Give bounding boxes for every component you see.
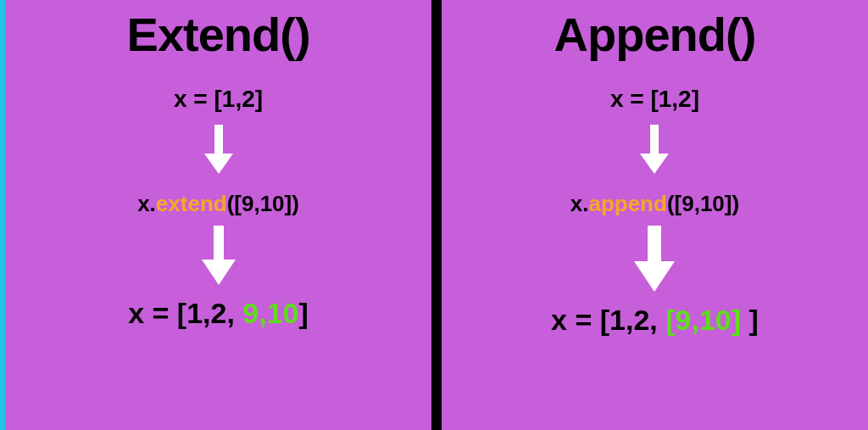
append-result-added: [9,10] <box>665 304 741 336</box>
append-call: x.append([9,10]) <box>570 191 739 217</box>
extend-panel: Extend() x = [1,2] x.extend([9,10]) x = … <box>5 0 431 430</box>
extend-call-prefix: x. <box>137 191 156 216</box>
extend-result: x = [1,2, 9,10] <box>128 297 309 330</box>
arrow-down-icon <box>634 226 675 292</box>
extend-call-method: extend <box>156 191 227 216</box>
append-call-args: ([9,10]) <box>667 191 739 216</box>
extend-result-prefix: x = [1,2, <box>128 297 242 329</box>
append-result-prefix: x = [1,2, <box>551 304 665 336</box>
append-call-method: append <box>588 191 666 216</box>
append-call-prefix: x. <box>570 191 589 216</box>
append-initial: x = [1,2] <box>610 86 699 113</box>
diagram-container: Extend() x = [1,2] x.extend([9,10]) x = … <box>5 0 868 430</box>
append-result: x = [1,2, [9,10] ] <box>551 304 759 337</box>
append-panel: Append() x = [1,2] x.append([9,10]) x = … <box>442 0 868 430</box>
arrow-down-icon <box>640 125 669 174</box>
extend-result-suffix: ] <box>299 297 309 329</box>
vertical-divider <box>431 0 442 430</box>
extend-call-args: ([9,10]) <box>227 191 299 216</box>
arrow-down-icon <box>202 226 236 285</box>
extend-title: Extend() <box>127 7 310 62</box>
extend-initial: x = [1,2] <box>174 86 263 113</box>
arrow-down-icon <box>204 125 233 174</box>
extend-call: x.extend([9,10]) <box>137 191 299 217</box>
append-title: Append() <box>554 7 756 62</box>
extend-result-added: 9,10 <box>242 297 298 329</box>
append-result-suffix: ] <box>741 304 759 336</box>
